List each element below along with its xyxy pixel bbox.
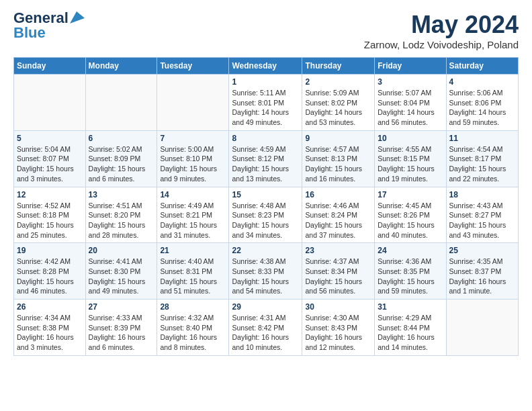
day-number: 26 [17, 302, 83, 312]
day-number: 22 [232, 246, 299, 255]
calendar-cell: 7Sunrise: 5:00 AMSunset: 8:10 PMDaylight… [157, 130, 229, 187]
calendar-cell [446, 300, 518, 356]
day-info: Sunrise: 5:09 AMSunset: 8:02 PMDaylight:… [305, 88, 371, 128]
calendar-cell: 5Sunrise: 5:04 AMSunset: 8:07 PMDaylight… [14, 130, 86, 187]
calendar-cell: 23Sunrise: 4:37 AMSunset: 8:34 PMDayligh… [302, 243, 375, 300]
day-number: 28 [160, 302, 226, 312]
calendar-cell: 29Sunrise: 4:31 AMSunset: 8:42 PMDayligh… [229, 300, 302, 356]
day-number: 27 [89, 302, 154, 312]
calendar-cell: 28Sunrise: 4:32 AMSunset: 8:40 PMDayligh… [157, 300, 229, 356]
day-info: Sunrise: 4:43 AMSunset: 8:27 PMDaylight:… [449, 201, 515, 240]
header-monday: Monday [85, 58, 157, 75]
day-number: 9 [305, 134, 371, 143]
calendar-cell [85, 75, 157, 131]
calendar-cell: 16Sunrise: 4:46 AMSunset: 8:24 PMDayligh… [302, 187, 375, 243]
calendar-week-row: 5Sunrise: 5:04 AMSunset: 8:07 PMDaylight… [14, 130, 519, 187]
logo: General Blue [13, 11, 85, 40]
calendar-cell: 11Sunrise: 4:54 AMSunset: 8:17 PMDayligh… [446, 130, 518, 187]
location: Zarnow, Lodz Voivodeship, Poland [364, 39, 519, 50]
day-info: Sunrise: 4:38 AMSunset: 8:33 PMDaylight:… [232, 257, 299, 296]
title-block: May 2024 Zarnow, Lodz Voivodeship, Polan… [364, 11, 519, 50]
day-info: Sunrise: 4:40 AMSunset: 8:31 PMDaylight:… [160, 257, 226, 296]
day-number: 4 [449, 77, 515, 87]
day-info: Sunrise: 5:07 AMSunset: 8:04 PMDaylight:… [378, 88, 443, 128]
day-number: 21 [160, 246, 226, 255]
calendar-cell: 30Sunrise: 4:30 AMSunset: 8:43 PMDayligh… [302, 300, 375, 356]
day-info: Sunrise: 4:35 AMSunset: 8:37 PMDaylight:… [449, 257, 515, 296]
calendar-cell: 25Sunrise: 4:35 AMSunset: 8:37 PMDayligh… [446, 243, 518, 300]
day-info: Sunrise: 5:11 AMSunset: 8:01 PMDaylight:… [232, 88, 299, 128]
header: General Blue May 2024 Zarnow, Lodz Voivo… [13, 11, 519, 50]
day-number: 14 [160, 190, 226, 199]
day-number: 10 [378, 134, 443, 143]
calendar-cell: 2Sunrise: 5:09 AMSunset: 8:02 PMDaylight… [302, 75, 375, 131]
day-info: Sunrise: 4:51 AMSunset: 8:20 PMDaylight:… [89, 201, 154, 240]
day-number: 23 [305, 246, 371, 255]
calendar-cell: 6Sunrise: 5:02 AMSunset: 8:09 PMDaylight… [85, 130, 157, 187]
month-title: May 2024 [364, 11, 519, 39]
day-info: Sunrise: 4:33 AMSunset: 8:39 PMDaylight:… [89, 313, 154, 353]
day-info: Sunrise: 4:32 AMSunset: 8:40 PMDaylight:… [160, 313, 226, 353]
day-info: Sunrise: 4:52 AMSunset: 8:18 PMDaylight:… [17, 201, 83, 240]
calendar-cell: 8Sunrise: 4:59 AMSunset: 8:12 PMDaylight… [229, 130, 302, 187]
day-number: 17 [378, 190, 443, 199]
calendar-cell: 3Sunrise: 5:07 AMSunset: 8:04 PMDaylight… [375, 75, 446, 131]
day-number: 13 [89, 190, 154, 199]
day-info: Sunrise: 5:02 AMSunset: 8:09 PMDaylight:… [89, 144, 154, 184]
calendar-cell: 18Sunrise: 4:43 AMSunset: 8:27 PMDayligh… [446, 187, 518, 243]
calendar-cell: 31Sunrise: 4:29 AMSunset: 8:44 PMDayligh… [375, 300, 446, 356]
header-tuesday: Tuesday [157, 58, 229, 75]
calendar-cell [14, 75, 86, 131]
calendar-cell: 26Sunrise: 4:34 AMSunset: 8:38 PMDayligh… [14, 300, 86, 356]
calendar-cell: 17Sunrise: 4:45 AMSunset: 8:26 PMDayligh… [375, 187, 446, 243]
header-thursday: Thursday [302, 58, 375, 75]
day-info: Sunrise: 4:41 AMSunset: 8:30 PMDaylight:… [89, 257, 154, 296]
day-number: 5 [17, 134, 83, 143]
day-number: 19 [17, 246, 83, 255]
day-info: Sunrise: 4:37 AMSunset: 8:34 PMDaylight:… [305, 257, 371, 296]
calendar-cell: 12Sunrise: 4:52 AMSunset: 8:18 PMDayligh… [14, 187, 86, 243]
logo-bird-icon [70, 11, 85, 24]
day-info: Sunrise: 5:00 AMSunset: 8:10 PMDaylight:… [160, 144, 226, 184]
day-number: 25 [449, 246, 515, 255]
day-number: 8 [232, 134, 299, 143]
day-number: 6 [89, 134, 154, 143]
calendar-cell: 15Sunrise: 4:48 AMSunset: 8:23 PMDayligh… [229, 187, 302, 243]
day-number: 7 [160, 134, 226, 143]
logo-text-blue: Blue [13, 26, 46, 40]
day-info: Sunrise: 4:29 AMSunset: 8:44 PMDaylight:… [378, 313, 443, 353]
day-number: 2 [305, 77, 371, 87]
calendar-cell: 1Sunrise: 5:11 AMSunset: 8:01 PMDaylight… [229, 75, 302, 131]
calendar-week-row: 1Sunrise: 5:11 AMSunset: 8:01 PMDaylight… [14, 75, 519, 131]
calendar-header-row: Sunday Monday Tuesday Wednesday Thursday… [14, 58, 519, 75]
day-info: Sunrise: 5:06 AMSunset: 8:06 PMDaylight:… [449, 88, 515, 128]
calendar-cell: 9Sunrise: 4:57 AMSunset: 8:13 PMDaylight… [302, 130, 375, 187]
day-number: 15 [232, 190, 299, 199]
day-number: 1 [232, 77, 299, 87]
day-number: 16 [305, 190, 371, 199]
day-info: Sunrise: 5:04 AMSunset: 8:07 PMDaylight:… [17, 144, 83, 184]
logo-text-general: General [13, 11, 69, 26]
day-number: 30 [305, 302, 371, 312]
calendar-cell: 19Sunrise: 4:42 AMSunset: 8:28 PMDayligh… [14, 243, 86, 300]
calendar-cell: 4Sunrise: 5:06 AMSunset: 8:06 PMDaylight… [446, 75, 518, 131]
calendar-cell: 21Sunrise: 4:40 AMSunset: 8:31 PMDayligh… [157, 243, 229, 300]
svg-marker-0 [70, 11, 85, 24]
day-number: 12 [17, 190, 83, 199]
day-info: Sunrise: 4:55 AMSunset: 8:15 PMDaylight:… [378, 144, 443, 184]
calendar-week-row: 19Sunrise: 4:42 AMSunset: 8:28 PMDayligh… [14, 243, 519, 300]
calendar-cell [157, 75, 229, 131]
day-number: 31 [378, 302, 443, 312]
day-number: 3 [378, 77, 443, 87]
calendar-cell: 14Sunrise: 4:49 AMSunset: 8:21 PMDayligh… [157, 187, 229, 243]
day-number: 18 [449, 190, 515, 199]
day-number: 11 [449, 134, 515, 143]
day-info: Sunrise: 4:31 AMSunset: 8:42 PMDaylight:… [232, 313, 299, 353]
day-info: Sunrise: 4:45 AMSunset: 8:26 PMDaylight:… [378, 201, 443, 240]
day-info: Sunrise: 4:36 AMSunset: 8:35 PMDaylight:… [378, 257, 443, 296]
calendar-cell: 22Sunrise: 4:38 AMSunset: 8:33 PMDayligh… [229, 243, 302, 300]
day-number: 29 [232, 302, 299, 312]
day-info: Sunrise: 4:57 AMSunset: 8:13 PMDaylight:… [305, 144, 371, 184]
calendar-week-row: 26Sunrise: 4:34 AMSunset: 8:38 PMDayligh… [14, 300, 519, 356]
day-info: Sunrise: 4:54 AMSunset: 8:17 PMDaylight:… [449, 144, 515, 184]
